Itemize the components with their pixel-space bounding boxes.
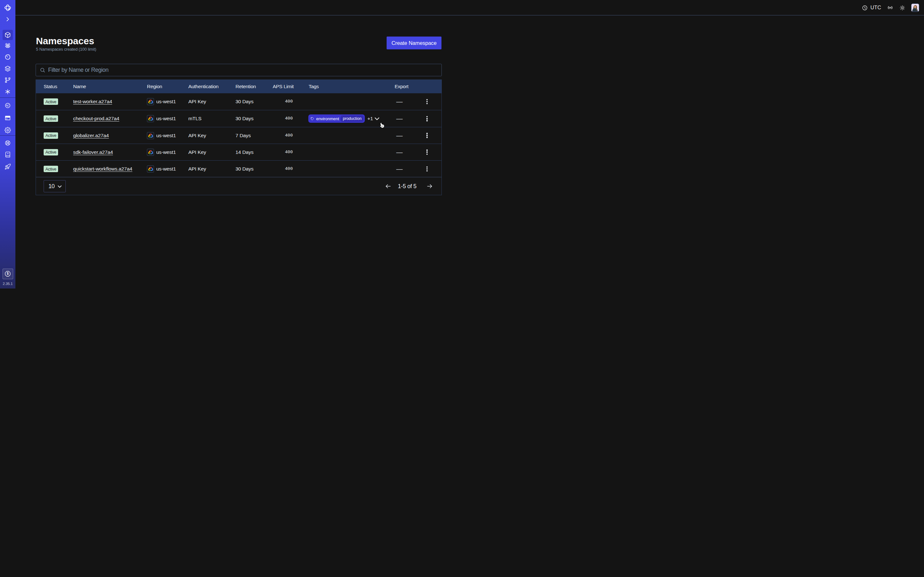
svg-text:$: $: [7, 272, 9, 276]
